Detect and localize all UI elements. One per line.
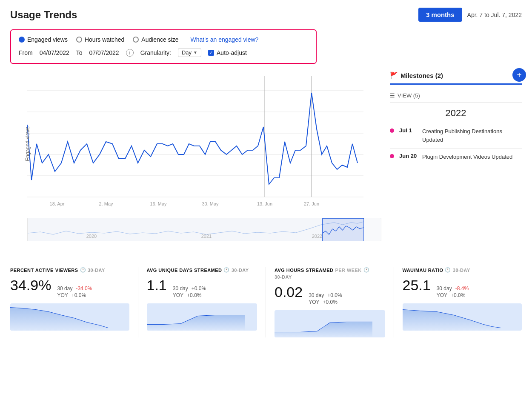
sidebar: 🚩 Milestones (2) + ☰ VIEW (5) 2022 Jul 1… bbox=[390, 71, 522, 241]
chevron-down-icon: ▼ bbox=[193, 50, 197, 55]
to-label: To bbox=[76, 49, 83, 56]
stat-label-text-3: AVG HOURS STREAMED bbox=[275, 268, 334, 273]
clock-icon-3: 🕐 bbox=[363, 267, 369, 273]
stat-deltas-3: 30 day +0.0% YOY +0.0% bbox=[309, 292, 342, 305]
milestone-dot-icon bbox=[390, 128, 394, 133]
filter-icon: ☰ bbox=[390, 92, 395, 99]
delta-row-30day-4: 30 day -8.4% bbox=[437, 286, 469, 291]
stat-sublabel-4: 30-DAY bbox=[453, 268, 470, 273]
chart-area: Engaged views 0 25 50 75 100 bbox=[10, 71, 381, 241]
delta-val-yoy-2: +0.0% bbox=[187, 292, 201, 298]
stat-label-text-3b: PER WEEK bbox=[335, 268, 362, 273]
metric2-label: Hours watched bbox=[85, 36, 124, 43]
stat-card-1: PERCENT ACTIVE VIEWERS 🕐 30-DAY 34.9% 30… bbox=[10, 267, 138, 337]
granularity-select[interactable]: Day ▼ bbox=[178, 48, 201, 57]
delta-period-yoy-2: YOY bbox=[173, 292, 183, 298]
metric3-label: Audience size bbox=[141, 36, 178, 43]
stats-grid: PERCENT ACTIVE VIEWERS 🕐 30-DAY 34.9% 30… bbox=[10, 255, 522, 337]
stat-label-text-4: WAU/MAU RATIO bbox=[403, 268, 443, 273]
page-header: Usage Trends 3 months Apr. 7 to Jul. 7, … bbox=[10, 8, 522, 22]
page-title: Usage Trends bbox=[10, 9, 77, 21]
milestones-title-text: Milestones (2) bbox=[400, 72, 443, 79]
date-range-label: Apr. 7 to Jul. 7, 2022 bbox=[467, 11, 522, 18]
delta-period-2: 30 day bbox=[173, 286, 188, 291]
metric-engaged-views[interactable]: Engaged views bbox=[19, 36, 68, 43]
svg-text:2. May: 2. May bbox=[99, 201, 113, 206]
controls-box: Engaged views Hours watched Audience siz… bbox=[10, 29, 317, 64]
svg-marker-27 bbox=[147, 315, 245, 331]
from-date[interactable]: 04/07/2022 bbox=[40, 49, 69, 56]
milestones-header: 🚩 Milestones (2) + bbox=[390, 71, 522, 85]
delta-val-yoy-1: +0.0% bbox=[72, 292, 86, 298]
stat-label-text-1b: VIEWERS bbox=[55, 268, 78, 273]
delta-val-yoy-4: +0.0% bbox=[451, 292, 465, 298]
view-filter[interactable]: ☰ VIEW (5) bbox=[390, 89, 522, 103]
delta-period-yoy-3: YOY bbox=[309, 299, 319, 305]
svg-marker-29 bbox=[403, 310, 501, 331]
svg-text:2020: 2020 bbox=[86, 234, 97, 239]
sparkline-svg-2 bbox=[147, 303, 257, 331]
y-axis-label: Engaged views bbox=[25, 126, 31, 161]
metric1-label: Engaged views bbox=[27, 36, 68, 43]
metric-audience-size[interactable]: Audience size bbox=[133, 36, 178, 43]
delta-val-30day-2: +0.0% bbox=[192, 286, 206, 291]
delta-period-yoy-1: YOY bbox=[57, 292, 68, 298]
sparkline-1 bbox=[10, 303, 129, 331]
stat-main-row-1: 34.9% 30 day -34.0% YOY +0.0% bbox=[10, 277, 129, 298]
milestone-item-2: Jun 20 Plugin Development Videos Updated bbox=[390, 148, 522, 166]
milestone-item-1: Jul 1 Creating Publishing Destinations U… bbox=[390, 123, 522, 148]
stat-main-row-2: 1.1 30 day +0.0% YOY +0.0% bbox=[147, 277, 257, 298]
view-filter-label: VIEW (5) bbox=[398, 92, 420, 99]
stat-label-4: WAU/MAU RATIO 🕐 30-DAY bbox=[403, 267, 522, 273]
stat-label-2: AVG UNIQUE DAYS STREAMED 🕐 30-DAY bbox=[147, 267, 257, 273]
auto-adjust-checkbox[interactable]: Auto-adjust bbox=[208, 49, 247, 56]
to-date[interactable]: 07/07/2022 bbox=[89, 49, 119, 56]
svg-text:27. Jun: 27. Jun bbox=[304, 201, 319, 206]
mini-overview-chart[interactable]: 2020 2021 2022 bbox=[27, 218, 381, 241]
svg-text:18. Apr: 18. Apr bbox=[50, 201, 65, 206]
svg-text:13. Jun: 13. Jun bbox=[257, 201, 272, 206]
stat-sublabel-2: 30-DAY bbox=[232, 268, 249, 273]
header-right: 3 months Apr. 7 to Jul. 7, 2022 bbox=[418, 8, 522, 22]
date-granularity-row: From 04/07/2022 To 07/07/2022 i Granular… bbox=[19, 48, 308, 57]
milestone-desc-1: Creating Publishing Destinations Updated bbox=[422, 127, 522, 144]
main-chart-svg: 0 25 50 75 100 125 150 18. Apr bbox=[27, 71, 363, 216]
milestone-dot-icon-2 bbox=[390, 154, 394, 158]
engaged-view-link[interactable]: What's an engaged view? bbox=[191, 36, 259, 43]
svg-marker-28 bbox=[275, 322, 372, 337]
delta-row-30day-3: 30 day +0.0% bbox=[309, 292, 342, 298]
info-icon[interactable]: i bbox=[126, 49, 134, 57]
clock-icon-4: 🕐 bbox=[445, 267, 451, 273]
granularity-value: Day bbox=[182, 49, 192, 56]
milestones-title: 🚩 Milestones (2) bbox=[390, 71, 443, 79]
mini-chart-svg: 2020 2021 2022 bbox=[28, 218, 364, 241]
milestone-date-2: Jun 20 bbox=[399, 153, 417, 161]
clock-icon-1: 🕐 bbox=[80, 267, 86, 273]
stat-deltas-4: 30 day -8.4% YOY +0.0% bbox=[437, 286, 469, 298]
svg-text:2022: 2022 bbox=[312, 234, 322, 239]
stat-deltas-2: 30 day +0.0% YOY +0.0% bbox=[173, 286, 206, 298]
delta-row-yoy-1: YOY +0.0% bbox=[57, 292, 92, 298]
svg-text:16. May: 16. May bbox=[150, 201, 167, 206]
delta-row-30day-1: 30 day -34.0% bbox=[57, 286, 92, 291]
metric-hours-watched[interactable]: Hours watched bbox=[76, 36, 124, 43]
delta-val-yoy-3: +0.0% bbox=[323, 299, 338, 305]
radio-empty-icon2 bbox=[133, 37, 139, 43]
flag-icon: 🚩 bbox=[390, 71, 398, 79]
svg-text:2021: 2021 bbox=[201, 234, 212, 239]
delta-row-yoy-3: YOY +0.0% bbox=[309, 299, 342, 305]
sparkline-2 bbox=[147, 303, 257, 331]
granularity-label: Granularity: bbox=[140, 49, 171, 56]
stat-card-2: AVG UNIQUE DAYS STREAMED 🕐 30-DAY 1.1 30… bbox=[138, 267, 266, 337]
delta-val-30day-4: -8.4% bbox=[455, 286, 469, 291]
stat-label-text-1: PERCENT ACTIVE bbox=[10, 268, 54, 273]
delta-period-3: 30 day bbox=[309, 292, 324, 298]
3months-button[interactable]: 3 months bbox=[418, 8, 462, 22]
stat-sublabel-3: 30-DAY bbox=[275, 274, 292, 280]
milestone-date-1: Jul 1 bbox=[399, 127, 417, 144]
delta-row-yoy-4: YOY +0.0% bbox=[437, 292, 469, 298]
stat-card-3: AVG HOURS STREAMED PER WEEK 🕐 30-DAY 0.0… bbox=[266, 267, 394, 337]
stat-value-1: 34.9% bbox=[10, 277, 51, 294]
delta-row-yoy-2: YOY +0.0% bbox=[173, 292, 206, 298]
add-milestone-button[interactable]: + bbox=[512, 68, 526, 82]
